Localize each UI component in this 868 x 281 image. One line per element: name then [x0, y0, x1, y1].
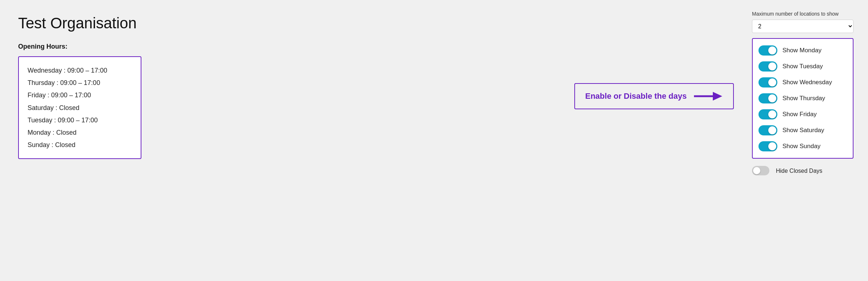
opening-hours-label: Opening Hours:	[18, 43, 553, 50]
day-label-friday: Show Friday	[782, 111, 817, 118]
toggle-thumb-wednesday	[768, 78, 776, 86]
toggle-track-monday[interactable]	[759, 45, 777, 56]
toggle-thumb-sunday	[768, 142, 776, 150]
toggle-friday[interactable]	[759, 109, 777, 119]
toggle-track-tuesday[interactable]	[759, 61, 777, 72]
org-title: Test Organisation	[18, 15, 553, 32]
toggle-saturday[interactable]	[759, 125, 777, 135]
max-locations-select[interactable]: 2 1 3 4 5	[752, 20, 853, 33]
day-label-wednesday: Show Wednesday	[782, 79, 832, 86]
middle-area: Enable or Disable the days	[563, 7, 745, 185]
hide-closed-label: Hide Closed Days	[776, 168, 822, 174]
hours-box: Wednesday : 09:00 – 17:00 Thursday : 09:…	[18, 56, 141, 159]
svg-marker-0	[713, 92, 722, 101]
hours-row-2: Friday : 09:00 – 17:00	[28, 89, 132, 101]
annotation-text: Enable or Disable the days	[585, 91, 687, 101]
max-locations-label: Maximum number of locations to show	[752, 11, 853, 17]
toggle-monday[interactable]	[759, 45, 777, 56]
hours-row-0: Wednesday : 09:00 – 17:00	[28, 64, 132, 77]
arrow-icon	[694, 89, 723, 103]
toggle-thumb-thursday	[768, 94, 776, 102]
right-panel: Maximum number of locations to show 2 1 …	[745, 7, 861, 185]
toggle-track-thursday[interactable]	[759, 93, 777, 103]
day-row-saturday: Show Saturday	[759, 122, 847, 138]
annotation-box: Enable or Disable the days	[574, 83, 734, 109]
toggle-thumb-tuesday	[768, 62, 776, 70]
toggle-hide-closed[interactable]	[752, 166, 771, 176]
day-row-tuesday: Show Tuesday	[759, 58, 847, 74]
hide-closed-row: Hide Closed Days	[752, 164, 853, 178]
toggle-track-saturday[interactable]	[759, 125, 777, 135]
day-row-sunday: Show Sunday	[759, 138, 847, 154]
day-label-sunday: Show Sunday	[782, 143, 821, 150]
toggle-wednesday[interactable]	[759, 77, 777, 87]
toggle-thumb-monday	[768, 46, 776, 54]
day-label-tuesday: Show Tuesday	[782, 63, 823, 70]
days-box: Show Monday Show Tuesday Show Wednesday	[752, 38, 853, 159]
hours-row-4: Tuesday : 09:00 – 17:00	[28, 114, 132, 126]
toggle-track-hide-closed[interactable]	[752, 166, 769, 175]
day-row-thursday: Show Thursday	[759, 90, 847, 106]
hours-row-1: Thursday : 09:00 – 17:00	[28, 77, 132, 89]
day-label-saturday: Show Saturday	[782, 127, 824, 134]
toggle-track-friday[interactable]	[759, 109, 777, 119]
hours-row-6: Sunday : Closed	[28, 139, 132, 151]
toggle-thumb-friday	[768, 110, 776, 118]
day-row-monday: Show Monday	[759, 42, 847, 58]
page-container: Test Organisation Opening Hours: Wednesd…	[7, 7, 861, 185]
hours-row-5: Monday : Closed	[28, 126, 132, 139]
toggle-thumb-hide-closed	[753, 167, 760, 174]
toggle-track-sunday[interactable]	[759, 141, 777, 151]
hours-row-3: Saturday : Closed	[28, 102, 132, 114]
day-label-monday: Show Monday	[782, 47, 822, 54]
toggle-tuesday[interactable]	[759, 61, 777, 72]
day-row-wednesday: Show Wednesday	[759, 74, 847, 90]
day-row-friday: Show Friday	[759, 106, 847, 122]
day-label-thursday: Show Thursday	[782, 95, 825, 102]
toggle-thumb-saturday	[768, 126, 776, 134]
toggle-thursday[interactable]	[759, 93, 777, 103]
left-panel: Test Organisation Opening Hours: Wednesd…	[7, 7, 563, 185]
toggle-track-wednesday[interactable]	[759, 77, 777, 87]
toggle-sunday[interactable]	[759, 141, 777, 151]
